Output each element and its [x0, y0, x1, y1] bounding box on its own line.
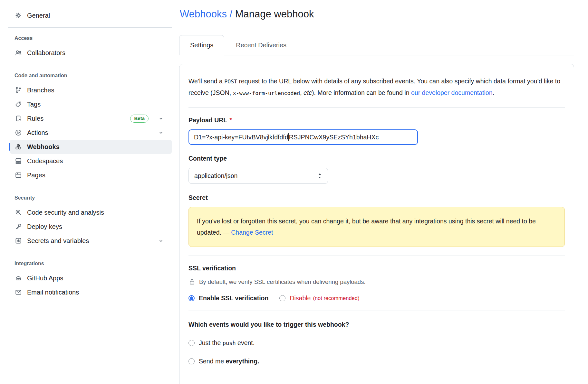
tag-icon [14, 100, 22, 108]
sidebar-item-label: Code security and analysis [27, 209, 104, 216]
send-everything-label: Send me everything. [199, 358, 259, 365]
sidebar-item-collaborators[interactable]: Collaborators [10, 46, 172, 60]
sidebar-item-label: Rules [27, 115, 43, 122]
intro-text: We’ll send a POST request to the URL bel… [188, 76, 565, 99]
intro-run: ). More information can be found in [312, 89, 411, 96]
sidebar-item-general[interactable]: General [10, 8, 172, 23]
sidebar-section-integrations: Integrations [14, 261, 176, 267]
sidebar-item-pages[interactable]: Pages [10, 168, 172, 182]
divider [8, 27, 172, 28]
payload-url-input[interactable]: D1=?x-api-key=FUtvBV8vjlkfdfdfdRSJPNCwX9… [188, 129, 418, 145]
git-branch-icon [14, 86, 22, 94]
intro-run: We’ll send a [188, 78, 224, 85]
sidebar-section-access: Access [14, 35, 176, 41]
payload-url-label: Payload URL* [188, 117, 565, 124]
lock-icon [188, 278, 196, 286]
event-option-push: Just the push event. [188, 339, 565, 347]
sidebar-item-label: Codespaces [27, 157, 63, 165]
just-push-radio[interactable] [188, 340, 195, 346]
divider [8, 253, 172, 253]
key-icon [14, 223, 22, 230]
hubot-icon [14, 274, 22, 282]
sidebar-item-github-apps[interactable]: GitHub Apps [10, 271, 172, 285]
secret-label: Secret [188, 194, 565, 201]
intro-run: , [300, 89, 304, 96]
content-type-selected-value: application/json [194, 172, 237, 180]
sidebar-item-label: Webhooks [27, 143, 60, 151]
intro-code-post: POST [224, 79, 237, 85]
enable-ssl-label: Enable SSL verification [199, 295, 268, 302]
sidebar-item-label: Actions [27, 129, 48, 136]
intro-code-urlencoded: x-www-form-urlencoded [233, 90, 300, 96]
codespaces-icon [14, 157, 22, 165]
push-code: push [223, 340, 236, 346]
mail-icon [14, 288, 22, 296]
sidebar-item-secrets-variables[interactable]: Secrets and variables [10, 234, 172, 248]
sidebar-item-rules[interactable]: Rules Beta [10, 111, 172, 126]
page-title: Webhooks / Manage webhook [180, 8, 574, 20]
divider [179, 28, 574, 28]
sidebar-item-actions[interactable]: Actions [10, 126, 172, 140]
sidebar-section-code-automation: Code and automation [14, 73, 176, 79]
play-circle-icon [14, 129, 22, 136]
sidebar-item-label: Pages [27, 172, 45, 179]
breadcrumb-webhooks-link[interactable]: Webhooks / [180, 8, 232, 20]
ssl-options: Enable SSL verification Disable (not rec… [188, 295, 565, 302]
beta-badge: Beta [130, 115, 149, 123]
sidebar-item-label: General [27, 12, 50, 19]
sidebar-item-email-notifications[interactable]: Email notifications [10, 285, 172, 299]
page-title-text: Manage webhook [232, 8, 314, 20]
sidebar-item-tags[interactable]: Tags [10, 97, 172, 111]
select-arrows-icon [317, 173, 322, 179]
sidebar-item-label: Secrets and variables [27, 237, 89, 245]
code-scan-icon [14, 209, 22, 216]
intro-etc: etc [304, 89, 312, 96]
divider [188, 108, 565, 108]
chevron-down-icon[interactable] [158, 116, 164, 122]
tab-recent-deliveries[interactable]: Recent Deliveries [224, 35, 298, 55]
chevron-down-icon[interactable] [158, 238, 164, 244]
send-everything-radio[interactable] [188, 358, 195, 364]
settings-sidebar: General Access Collaborators Code and au… [0, 0, 179, 384]
content-type-label: Content type [188, 155, 565, 162]
divider [188, 256, 565, 256]
ssl-verification-heading: SSL verification [188, 265, 565, 272]
ssl-note-text: By default, we verify SSL certificates w… [199, 278, 366, 286]
sidebar-item-codespaces[interactable]: Codespaces [10, 154, 172, 168]
sidebar-item-webhooks[interactable]: Webhooks [10, 140, 172, 154]
sidebar-item-code-security[interactable]: Code security and analysis [10, 205, 172, 220]
sidebar-item-branches[interactable]: Branches [10, 83, 172, 97]
disable-ssl-label: Disable [290, 295, 311, 302]
chevron-down-icon[interactable] [158, 130, 164, 136]
sidebar-section-security: Security [14, 195, 176, 201]
disable-ssl-note: (not recommended) [313, 295, 359, 301]
enable-ssl-radio[interactable] [188, 295, 195, 301]
just-push-label: Just the push event. [199, 339, 255, 347]
webhook-tabs: Settings Recent Deliveries [179, 35, 574, 55]
sidebar-item-label: Email notifications [27, 289, 79, 296]
gear-icon [14, 12, 22, 19]
payload-url-value: RSJPNCwX9ySEzSYh1bhaHXc [289, 134, 379, 141]
developer-documentation-link[interactable]: our developer documentation [411, 89, 493, 96]
content-type-select[interactable]: application/json [188, 168, 328, 184]
payload-url-value: D1=?x-api-key=FUtvBV8vjlkfdfdfd [194, 134, 288, 141]
divider [8, 187, 172, 187]
people-icon [14, 49, 22, 57]
disable-ssl-radio[interactable] [279, 295, 285, 301]
ssl-note: By default, we verify SSL certificates w… [188, 278, 565, 286]
sidebar-item-label: Branches [27, 87, 54, 94]
sidebar-item-deploy-keys[interactable]: Deploy keys [10, 220, 172, 234]
change-secret-link[interactable]: Change Secret [231, 229, 273, 236]
tab-settings[interactable]: Settings [179, 35, 224, 55]
settings-page: General Access Collaborators Code and au… [0, 0, 588, 384]
secret-warning-box: If you've lost or forgotten this secret,… [188, 207, 565, 247]
divider [188, 311, 565, 311]
main-content: Webhooks / Manage webhook Settings Recen… [179, 0, 574, 384]
events-question: Which events would you like to trigger t… [188, 321, 565, 328]
sidebar-item-label: Deploy keys [27, 223, 62, 230]
required-asterisk: * [229, 117, 232, 124]
webhook-icon [14, 143, 22, 151]
sidebar-item-label: GitHub Apps [27, 275, 63, 282]
sidebar-item-label: Tags [27, 101, 41, 108]
webhook-settings-panel: We’ll send a POST request to the URL bel… [179, 64, 574, 384]
